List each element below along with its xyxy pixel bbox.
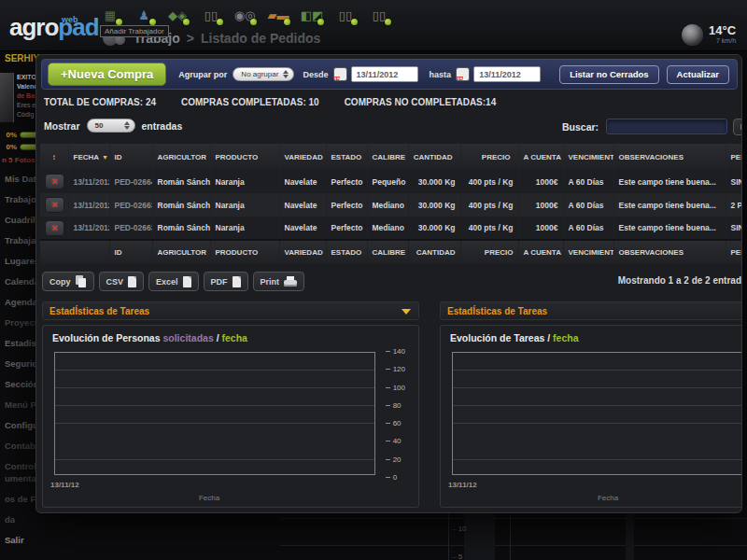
column-header[interactable]: CALIBRE (367, 144, 408, 170)
new-purchase-button[interactable]: +Nueva Compra (48, 63, 166, 86)
show-hide-columns-button[interactable]: Mostrar / (733, 119, 742, 135)
chart-x-axis-label: Fecha (43, 494, 375, 502)
bg-gridline (510, 511, 511, 560)
column-header[interactable]: PRODUCTO (210, 144, 279, 170)
cell-variedad: Navelate (279, 217, 326, 240)
refresh-button[interactable]: Actualizar (667, 65, 729, 84)
cell-precio: 400 pts / Kg (460, 170, 518, 193)
chart-title-part: / (544, 332, 553, 343)
date-from-input[interactable] (351, 66, 418, 82)
footer-column-label: A CUENTA (518, 240, 563, 264)
add-field-icon[interactable]: ◆◈ (164, 5, 190, 26)
chart-plot-area (452, 352, 742, 475)
excel-file-icon (183, 276, 191, 287)
add-worker-icon[interactable]: ♟ (131, 5, 157, 26)
moon-icon (682, 24, 703, 46)
breadcrumb-separator: > (187, 31, 194, 46)
column-header[interactable]: ESTADO (326, 144, 367, 170)
chart-title-part: fecha (222, 332, 247, 343)
sort-icon[interactable]: ↕ (40, 144, 68, 170)
total-purchases: TOTAL DE COMPRAS: 24 (44, 97, 156, 107)
cell-estado: Perfecto (326, 170, 367, 193)
column-header[interactable]: VENCIMIENTO (563, 144, 613, 170)
add-event-icon[interactable]: ▦ (97, 5, 123, 26)
delete-row-button[interactable] (45, 174, 64, 189)
page-size-select[interactable]: 50 (87, 119, 135, 133)
sidebar-item[interactable]: Salir (5, 534, 112, 546)
list-open-orders-button[interactable]: Listar no Cerrados (559, 65, 658, 84)
not-completed-purchases: COMPRAS NO COMPLETADAS:14 (345, 97, 497, 107)
cell-observaciones: Este campo tiene buena... (613, 170, 726, 193)
cell-cantidad: 30.000 Kg (408, 217, 460, 240)
filter-toolbar: +Nueva Compra Agrupar por No agrupar Des… (41, 59, 738, 90)
add-truck-icon[interactable]: ▰▬ (265, 5, 291, 26)
chart-title: Evolución de Personas solicitadas / fech… (52, 332, 247, 343)
column-header[interactable]: VARIEDAD (279, 144, 326, 170)
column-header[interactable]: ID (109, 144, 152, 170)
date-to-label: hasta (430, 70, 452, 79)
footer-column-label: VENCIMIENTO (563, 240, 613, 264)
date-from-label: Desde (303, 70, 329, 79)
y-axis-tick: 100 (386, 385, 405, 392)
bg-band (464, 511, 495, 560)
cell-agricultor: Román Sánchez (152, 193, 210, 217)
add-payment-icon[interactable]: ◉◎ (232, 5, 258, 26)
add-file-icon[interactable]: ▯▯ (366, 5, 392, 26)
breadcrumb-page: Listado de Pedidos (201, 31, 320, 46)
footer-column-label: PRODUCTO (210, 240, 279, 264)
chart-title-part: Evolución de Personas (52, 332, 162, 343)
search-input[interactable] (606, 119, 727, 134)
group-by-label: Agrupar por (178, 70, 227, 79)
print-icon (284, 276, 297, 287)
y-axis-tick: 120 (386, 366, 405, 373)
column-header[interactable]: FECHA▼ (68, 144, 109, 170)
cell-variedad: Navelate (279, 170, 326, 193)
stats-panel-header[interactable]: EstadÍsticas de Tareas (42, 301, 419, 320)
cell-pedido: SIN PE (726, 170, 741, 193)
add-report-icon[interactable]: ▯▯ (332, 5, 359, 26)
table-footer-row: IDAGRICULTORPRODUCTOVARIEDADESTADOCALIBR… (40, 240, 741, 264)
chart-card: Evolución de Personas solicitadas / fech… (42, 325, 419, 508)
cell-a-cuenta: 1000€ (518, 193, 563, 217)
calendar-icon[interactable]: 15 (456, 67, 470, 81)
delete-row-button[interactable] (45, 197, 64, 213)
group-by-value: No agrupar (241, 70, 278, 78)
show-label: Mostrar (44, 120, 80, 132)
print-button[interactable]: Print (253, 272, 305, 291)
bg-gridline (280, 545, 747, 546)
bg-band (626, 511, 634, 560)
chart-card: Evolución de Tareas / fecha 13/11/12 Fec… (440, 325, 742, 508)
cell-cantidad: 30.000 Kg (408, 170, 460, 193)
excel-button[interactable]: Excel (148, 272, 199, 291)
add-document-icon[interactable]: ▯▯ (198, 5, 224, 26)
csv-button[interactable]: CSV (99, 272, 145, 291)
column-header[interactable]: AGRICULTOR (152, 144, 210, 170)
column-header[interactable]: A CUENTA (518, 144, 563, 170)
table-row: 13/11/2012 PED-02664 Román Sánchez Naran… (40, 170, 741, 193)
search-label: Buscar: (562, 121, 599, 133)
bg-gridline (280, 518, 747, 519)
column-header[interactable]: OBSERVACIONES (613, 144, 726, 170)
cell-producto: Naranja (210, 217, 279, 240)
column-header[interactable]: PEDID (726, 144, 741, 170)
delete-row-button[interactable] (45, 220, 64, 236)
weather-widget: 14°C 7 km/h (682, 24, 736, 46)
profile-line: de Ba (17, 91, 37, 101)
column-header[interactable]: CANTIDAD (408, 144, 460, 170)
sort-direction-icon: ▼ (102, 154, 108, 161)
date-to-input[interactable] (473, 66, 541, 82)
stats-panel-header[interactable]: EstadÍsticas de Tareas (440, 301, 742, 320)
calendar-icon[interactable]: 15 (333, 67, 347, 81)
pdf-button[interactable]: PDF (204, 272, 248, 291)
cell-calibre: Pequeño (367, 170, 408, 193)
column-header[interactable]: PRECIO (460, 144, 518, 170)
cell-fecha: 13/11/2012 (68, 170, 109, 193)
group-by-select[interactable]: No agrupar (233, 67, 294, 81)
profile-line: Códig (17, 110, 37, 119)
add-parcel-icon[interactable]: ◧◩ (299, 5, 325, 26)
table-body: 13/11/2012 PED-02664 Román Sánchez Naran… (40, 170, 741, 240)
sidebar-item[interactable]: da (5, 513, 112, 525)
copy-button[interactable]: Copy (42, 272, 94, 291)
cell-a-cuenta: 1000€ (518, 217, 563, 240)
cell-precio: 400 pts / Kg (460, 193, 518, 217)
